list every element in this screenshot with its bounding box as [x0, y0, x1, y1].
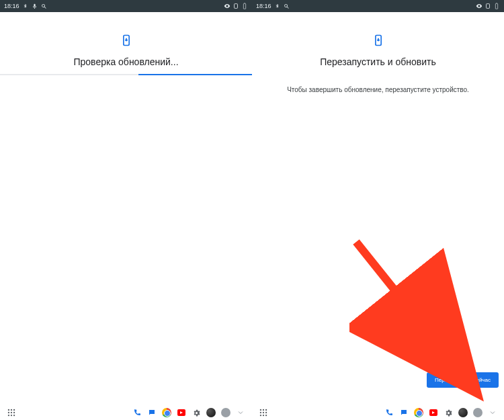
- app-icon-grey[interactable]: [473, 408, 482, 417]
- progress-fill: [138, 74, 252, 75]
- screen-restart-update: 18:16: [252, 0, 504, 420]
- svg-point-2: [8, 409, 9, 411]
- svg-point-13: [260, 409, 261, 411]
- restart-now-button[interactable]: Перезапустить сейчас: [427, 372, 499, 388]
- svg-point-21: [265, 415, 267, 416]
- svg-point-15: [265, 409, 267, 411]
- svg-point-16: [260, 412, 261, 413]
- svg-point-17: [263, 412, 264, 413]
- phone-app-icon[interactable]: [132, 408, 142, 417]
- svg-point-14: [263, 409, 264, 411]
- svg-point-20: [263, 415, 264, 416]
- shelf: [252, 405, 504, 420]
- page-title: Проверка обновлений...: [73, 56, 178, 67]
- page-subtitle: Чтобы завершить обновление, перезапустит…: [274, 86, 482, 93]
- phone-app-icon[interactable]: [384, 408, 394, 417]
- rotation-lock-icon: [233, 3, 239, 9]
- chrome-app-icon[interactable]: [414, 408, 423, 417]
- mic-icon: [32, 3, 38, 9]
- search-icon: [41, 3, 48, 9]
- svg-point-18: [265, 412, 267, 413]
- status-time: 18:16: [4, 3, 19, 9]
- more-apps-icon[interactable]: [488, 408, 497, 417]
- svg-point-8: [8, 415, 9, 416]
- page-title: Перезапустить и обновить: [320, 56, 436, 67]
- youtube-app-icon[interactable]: [429, 408, 438, 417]
- svg-rect-0: [235, 4, 238, 9]
- app-icon-grey[interactable]: [221, 408, 230, 417]
- screen-check-updates: 18:16: [0, 0, 252, 420]
- svg-point-19: [260, 415, 261, 416]
- search-icon: [284, 3, 290, 9]
- shelf: [0, 405, 252, 420]
- battery-icon: [241, 3, 248, 9]
- settings-app-icon[interactable]: [192, 408, 201, 417]
- more-apps-icon[interactable]: [236, 408, 245, 417]
- settings-app-icon[interactable]: [444, 408, 453, 417]
- app-icon-dark[interactable]: [206, 408, 216, 417]
- messages-app-icon[interactable]: [147, 408, 157, 417]
- messages-app-icon[interactable]: [399, 408, 409, 417]
- battery-icon: [493, 3, 500, 9]
- system-update-icon: [372, 34, 385, 47]
- app-icon-dark[interactable]: [458, 408, 468, 417]
- content-area: Проверка обновлений...: [0, 12, 252, 405]
- svg-point-3: [11, 409, 12, 411]
- system-update-icon: [120, 34, 133, 47]
- svg-point-5: [8, 412, 9, 413]
- bluetooth-icon: [22, 3, 29, 9]
- rotation-lock-icon: [485, 3, 491, 9]
- svg-point-7: [13, 412, 15, 413]
- status-time: 18:16: [256, 3, 271, 9]
- content-area: Перезапустить и обновить Чтобы завершить…: [252, 12, 504, 405]
- chrome-app-icon[interactable]: [162, 408, 171, 417]
- youtube-app-icon[interactable]: [177, 408, 186, 417]
- svg-point-9: [11, 415, 12, 416]
- status-bar: 18:16: [0, 0, 252, 12]
- svg-point-6: [11, 412, 12, 413]
- svg-point-10: [13, 415, 15, 416]
- progress-bar: [0, 74, 252, 75]
- status-bar: 18:16: [252, 0, 504, 12]
- svg-point-4: [13, 409, 15, 411]
- svg-rect-11: [487, 4, 490, 9]
- launcher-icon[interactable]: [7, 408, 16, 417]
- visibility-icon: [476, 3, 482, 9]
- visibility-icon: [224, 3, 230, 9]
- bluetooth-icon: [274, 3, 281, 9]
- launcher-icon[interactable]: [259, 408, 268, 417]
